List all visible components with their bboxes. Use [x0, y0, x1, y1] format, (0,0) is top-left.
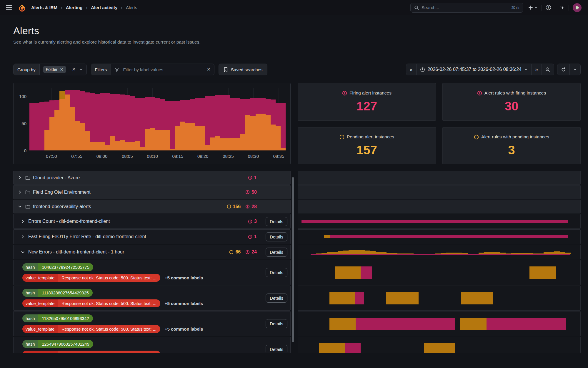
pending-segment [205, 145, 210, 150]
stat-firing-instances: Firing alert instances 127 [298, 83, 436, 121]
firing-segment [261, 98, 266, 113]
divider [569, 5, 569, 11]
firing-segment [271, 100, 276, 125]
details-button[interactable]: Details [266, 345, 287, 353]
add-new-button[interactable] [528, 5, 538, 10]
chevron-right-icon[interactable] [18, 190, 25, 194]
breadcrumb-alerts: Alerts [126, 5, 137, 10]
firing-segment [220, 95, 225, 138]
time-zoom-out-button[interactable] [542, 64, 554, 75]
common-labels-text[interactable]: +5 common labels [165, 301, 203, 306]
pending-timeline-block [386, 292, 418, 304]
value-template-tag: value_templateResponse not ok. Status co… [22, 274, 160, 282]
chevron-down-icon[interactable] [79, 68, 83, 71]
firing-segment [75, 90, 80, 121]
chevron-right-icon[interactable] [18, 175, 25, 180]
pending-segment [59, 99, 64, 150]
grafana-logo-icon[interactable] [18, 3, 26, 12]
chart-bar [165, 88, 170, 150]
global-search[interactable]: ⌘+k [410, 3, 523, 13]
alert-rule-row[interactable]: Fast Firing FeO11y Error Rate - ditl-dem… [13, 229, 291, 244]
state-badges: 3 [248, 219, 257, 224]
pending-segment [180, 122, 185, 150]
chevron-right-icon[interactable] [21, 219, 28, 224]
chart-bar [115, 88, 120, 150]
chart-bar [205, 88, 210, 150]
firing-segment [281, 103, 286, 148]
chevron-down-icon[interactable] [21, 250, 28, 254]
alert-rule-row[interactable]: New Errors - ditl-demo-frontend-client -… [13, 245, 291, 259]
pending-segment [95, 142, 100, 150]
breadcrumb-alert-activity[interactable]: Alert activity [91, 5, 117, 10]
chart-bar [80, 88, 85, 150]
chevron-down-icon[interactable] [18, 204, 25, 209]
rule-name: Fast Firing FeO11y Error Rate - ditl-dem… [28, 234, 146, 239]
time-range-text: 2026-02-26 07:45:37 to 2026-02-26 08:36:… [428, 67, 522, 72]
alert-instance-row: hash11826507950106893342value_templateRe… [13, 311, 291, 336]
chart-bar [235, 88, 240, 150]
other-segment [59, 91, 64, 99]
clear-filter-icon[interactable]: ✕ [206, 67, 210, 72]
list-scrollbar[interactable] [292, 177, 294, 342]
search-input[interactable] [422, 5, 509, 10]
firing-segment [190, 99, 195, 123]
firing-segment [170, 101, 175, 149]
y-tick-label: 100 [19, 94, 26, 99]
group-by-folder-pill-label: Folder [46, 67, 58, 72]
details-button[interactable]: Details [266, 268, 287, 277]
value-template-tag: value_templateResponse not ok. Status co… [22, 299, 160, 307]
saved-searches-button[interactable]: Saved searches [219, 64, 268, 75]
chart-bar [271, 88, 276, 150]
refresh-button[interactable] [557, 64, 570, 75]
pending-segment [105, 145, 110, 150]
firing-segment [130, 96, 135, 142]
menu-icon[interactable] [6, 5, 12, 10]
alert-activity-chart[interactable]: 07:5007:5508:0008:0508:1008:1508:2008:25… [13, 83, 291, 164]
remove-folder-grouping-icon[interactable]: ✕ [60, 67, 63, 72]
chart-bar [49, 88, 54, 150]
clear-group-by-icon[interactable]: ✕ [72, 67, 76, 72]
details-button[interactable]: Details [266, 294, 287, 303]
chart-bar [195, 88, 200, 150]
folder-name: Field Eng Otel Environment [33, 190, 91, 195]
grafana-alerts-page: Alerts & IRM › Alerting › Alert activity… [0, 0, 588, 368]
pending-timeline-block [461, 292, 493, 304]
details-button[interactable]: Details [266, 217, 287, 226]
details-button[interactable]: Details [266, 248, 287, 257]
common-labels-text[interactable]: +5 common labels [165, 352, 203, 353]
details-button[interactable]: Details [266, 232, 287, 241]
chevron-right-icon[interactable] [21, 235, 28, 239]
chart-bar [125, 88, 130, 150]
alert-rule-row[interactable]: Errors Count - ditl-demo-frontend-client… [13, 214, 291, 229]
time-range-picker[interactable]: 2026-02-26 07:45:37 to 2026-02-26 08:36:… [417, 64, 532, 75]
pending-segment [135, 141, 140, 150]
chart-bar [210, 88, 215, 150]
time-shift-forward-button[interactable]: » [532, 64, 542, 75]
folder-row[interactable]: Cloud provider - Azure1 [13, 171, 291, 185]
group-by-label: Group by [14, 64, 40, 75]
bookmark-icon [224, 67, 228, 72]
breadcrumb-alerts-irm[interactable]: Alerts & IRM [31, 5, 57, 10]
group-by-folder-pill[interactable]: Folder ✕ [43, 66, 66, 73]
refresh-group [557, 64, 581, 75]
breadcrumb-alerting[interactable]: Alerting [66, 5, 83, 10]
chart-bar [250, 88, 255, 150]
refresh-interval-dropdown[interactable] [570, 64, 580, 75]
user-avatar[interactable] [573, 3, 582, 12]
time-shift-back-button[interactable]: « [406, 64, 417, 75]
firing-segment [105, 93, 110, 145]
label-filter-input[interactable] [123, 67, 203, 72]
firing-timeline-block [302, 220, 568, 223]
common-labels-text[interactable]: +5 common labels [165, 275, 203, 280]
value-template-tag: value_templateResponse not ok. Status co… [22, 351, 160, 353]
common-labels-text[interactable]: +5 common labels [165, 326, 203, 331]
label-filters-control: Filters ✕ [91, 64, 214, 75]
pending-icon [474, 135, 479, 140]
group-by-value-area[interactable]: Folder ✕ ✕ [40, 64, 86, 75]
help-icon[interactable]: ? [546, 5, 551, 10]
ai-sparkles-icon[interactable] [559, 5, 565, 10]
stat-value: 30 [505, 99, 519, 113]
details-button[interactable]: Details [266, 319, 287, 328]
folder-row[interactable]: frontend-observability-alerts15628 [13, 200, 291, 213]
folder-row[interactable]: Field Eng Otel Environment50 [13, 185, 291, 199]
